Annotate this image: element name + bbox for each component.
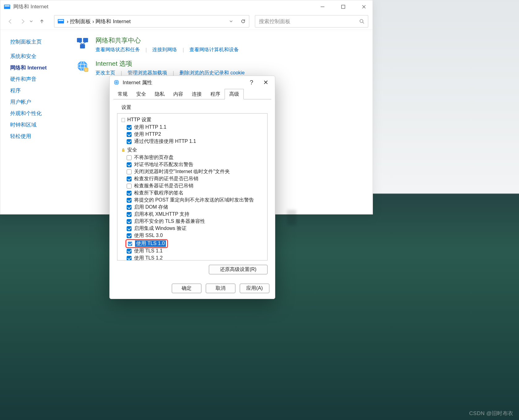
settings-checkbox-row[interactable]: 使用 SSL 3.0 (127, 232, 267, 239)
checkbox[interactable] (127, 125, 132, 130)
checkbox[interactable] (127, 205, 132, 210)
dialog-help-button[interactable]: ? (246, 77, 257, 88)
settings-checkbox-row[interactable]: 启用不安全的 TLS 服务器兼容性 (127, 218, 267, 225)
svg-point-19 (114, 80, 119, 85)
section-link[interactable]: 查看网络计算机和设备 (189, 47, 239, 53)
checkbox-label: 使用 HTTP 1.1 (134, 124, 167, 131)
checkbox[interactable] (127, 155, 132, 160)
nav-forward-button[interactable] (17, 16, 28, 27)
settings-checkbox-row[interactable]: 使用 TLS 1.0 (125, 239, 168, 248)
section-icon (76, 36, 89, 50)
section-link[interactable]: 连接到网络 (152, 47, 177, 53)
checkbox-label: 使用 HTTP2 (134, 131, 161, 138)
section-links: 查看网络状态和任务|连接到网络|查看网络计算机和设备 (95, 47, 239, 53)
window-minimize-button[interactable] (314, 1, 331, 13)
address-bar[interactable]: › 控制面板 › 网络和 Internet (54, 15, 249, 27)
settings-checkbox-row[interactable]: 关闭浏览器时清空"Internet 临时文件"文件夹 (127, 168, 267, 175)
section-link[interactable]: 查看网络状态和任务 (95, 47, 140, 53)
dialog-tab[interactable]: 连接 (188, 89, 206, 99)
settings-tree-scroll[interactable]: HTTP 设置使用 HTTP 1.1使用 HTTP2通过代理连接使用 HTTP … (117, 114, 267, 260)
apply-button[interactable]: 应用(A) (240, 284, 269, 293)
dialog-tab[interactable]: 内容 (169, 89, 188, 99)
breadcrumb: › 控制面板 › 网络和 Internet (67, 18, 131, 25)
checkbox[interactable] (127, 139, 132, 144)
dialog-close-button[interactable]: ✕ (260, 77, 271, 88)
svg-rect-11 (83, 38, 88, 42)
settings-checkbox-row[interactable]: 使用 HTTP 1.1 (127, 124, 267, 131)
dialog-titlebar: Internet 属性 ? ✕ (110, 76, 275, 89)
sidebar-item[interactable]: 时钟和区域 (10, 119, 68, 131)
titlebar: 网络和 Internet (0, 0, 373, 13)
restore-advanced-button[interactable]: 还原高级设置(R) (209, 265, 268, 274)
sidebar-item[interactable]: 外观和个性化 (10, 108, 68, 119)
checkbox[interactable] (127, 191, 132, 196)
window-close-button[interactable] (355, 1, 373, 13)
settings-checkbox-row[interactable]: 启用 DOM 存储 (127, 204, 267, 211)
section-links: 更改主页|管理浏览器加载项|删除浏览的历史记录和 cookie (95, 70, 245, 76)
checkbox-label: 检查发行商的证书是否已吊销 (134, 176, 198, 182)
checkbox[interactable] (128, 241, 133, 246)
dialog-tab[interactable]: 隐私 (150, 89, 169, 99)
sidebar: 控制面板主页系统和安全网络和 Internet硬件和声音程序用户帐户外观和个性化… (0, 30, 68, 214)
refresh-icon[interactable] (240, 19, 246, 24)
checkbox[interactable] (127, 219, 132, 224)
nav-up-button[interactable] (36, 16, 47, 27)
checkbox[interactable] (127, 256, 132, 260)
checkbox[interactable] (127, 233, 132, 238)
section-link[interactable]: 删除浏览的历史记录和 cookie (179, 70, 245, 76)
sidebar-item[interactable]: 程序 (10, 85, 68, 96)
checkbox-label: 将提交的 POST 重定向到不允许发送的区域时发出警告 (134, 197, 254, 203)
window-maximize-button[interactable] (334, 1, 352, 13)
checkbox[interactable] (127, 249, 132, 254)
dialog-tab[interactable]: 高级 (225, 89, 244, 99)
checkbox-label: 使用 TLS 1.0 (135, 240, 166, 247)
settings-checkbox-row[interactable]: 将提交的 POST 重定向到不允许发送的区域时发出警告 (127, 197, 267, 204)
settings-checkbox-row[interactable]: 使用 TLS 1.1 (127, 247, 267, 255)
section-link[interactable]: 管理浏览器加载项 (128, 70, 167, 76)
section-heading[interactable]: 网络和共享中心 (95, 36, 239, 45)
checkbox[interactable] (127, 169, 132, 174)
svg-rect-3 (341, 5, 345, 8)
dialog-tab[interactable]: 程序 (206, 89, 225, 99)
checkbox-label: 使用 TLS 1.2 (134, 255, 162, 260)
sidebar-item[interactable]: 用户帐户 (10, 96, 68, 108)
settings-checkbox-row[interactable]: 不将加密的页存盘 (127, 154, 267, 161)
settings-checkbox-row[interactable]: 检查发行商的证书是否已吊销 (127, 175, 267, 182)
checkbox-label: 启用集成 Windows 验证 (134, 225, 187, 232)
ok-button[interactable]: 确定 (172, 284, 201, 293)
search-input[interactable]: 搜索控制面板 (255, 15, 368, 27)
checkbox[interactable] (127, 162, 132, 167)
settings-checkbox-row[interactable]: 启用本机 XMLHTTP 支持 (127, 211, 267, 218)
settings-checkbox-row[interactable]: 启用集成 Windows 验证 (127, 225, 267, 232)
checkbox[interactable] (127, 132, 132, 137)
settings-checkbox-row[interactable]: 检查所下载程序的签名 (127, 189, 267, 197)
sidebar-item[interactable]: 控制面板主页 (10, 36, 68, 48)
svg-point-8 (360, 19, 363, 23)
settings-checkbox-row[interactable]: 使用 TLS 1.2 (127, 255, 267, 260)
checkbox[interactable] (127, 177, 132, 181)
nav-back-button[interactable] (5, 16, 16, 27)
checkbox[interactable] (127, 184, 132, 189)
sidebar-item[interactable]: 网络和 Internet (10, 62, 68, 73)
page-icon (121, 118, 125, 122)
section-link[interactable]: 更改主页 (95, 70, 115, 76)
settings-checkbox-row[interactable]: 使用 HTTP2 (127, 131, 267, 138)
cancel-button[interactable]: 取消 (206, 284, 235, 293)
settings-checkbox-row[interactable]: 检查服务器证书是否已吊销 (127, 182, 267, 189)
dialog-tab[interactable]: 常规 (113, 89, 132, 99)
sidebar-item[interactable]: 系统和安全 (10, 51, 68, 62)
settings-checkbox-row[interactable]: 通过代理连接使用 HTTP 1.1 (127, 138, 267, 145)
svg-rect-18 (84, 68, 88, 72)
dialog-tab[interactable]: 安全 (132, 89, 150, 99)
sidebar-item[interactable]: 硬件和声音 (10, 73, 68, 85)
nav-history-dropdown[interactable] (29, 19, 35, 23)
checkbox[interactable] (127, 198, 132, 203)
checkbox-label: 使用 SSL 3.0 (134, 232, 163, 239)
checkbox[interactable] (127, 226, 132, 231)
address-dropdown-icon[interactable] (229, 19, 233, 23)
checkbox[interactable] (127, 212, 132, 217)
checkbox-label: 启用 DOM 存储 (134, 204, 168, 210)
sidebar-item[interactable]: 轻松使用 (10, 131, 68, 142)
settings-checkbox-row[interactable]: 对证书地址不匹配发出警告 (127, 161, 267, 168)
section-heading[interactable]: Internet 选项 (95, 59, 245, 68)
